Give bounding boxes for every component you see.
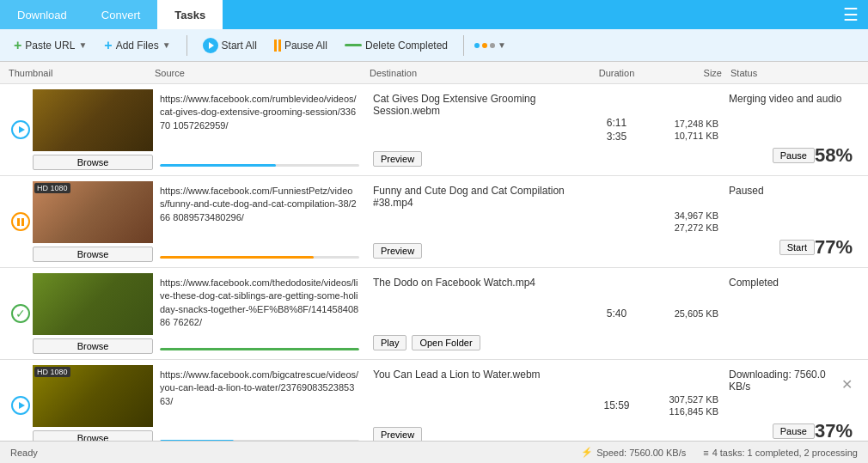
- task-status-column: Downloading: 7560.0 KB/s ✕ Pause 37%: [722, 365, 859, 441]
- add-files-arrow: ▼: [162, 40, 171, 50]
- progress-bar-container: [160, 348, 359, 350]
- pause-bar-r: [21, 218, 24, 226]
- task-source: https://www.facebook.com/FunniestPetz/vi…: [153, 181, 366, 262]
- progress-bar-fill: [160, 440, 234, 441]
- header-duration: Duration: [589, 68, 645, 78]
- task-destination: Cat Gives Dog Extensive Grooming Session…: [366, 89, 589, 170]
- pause-all-button[interactable]: Pause All: [269, 36, 333, 55]
- toolbar-sep-2: [463, 35, 464, 56]
- task-source: https://www.facebook.com/bigcatrescue/vi…: [153, 365, 366, 441]
- duration-line1: 6:11: [607, 117, 627, 129]
- source-url-text: https://www.facebook.com/bigcatrescue/vi…: [160, 369, 359, 408]
- add-files-label: Add Files: [116, 40, 159, 52]
- hd-badge: HD 1080: [34, 183, 70, 193]
- speed-icon: ⚡: [581, 447, 593, 458]
- paste-url-button[interactable]: + Paste URL ▼: [9, 34, 92, 57]
- add-files-button[interactable]: + Add Files ▼: [99, 34, 175, 57]
- tasks-summary-section: ≡ 4 tasks: 1 completed, 2 processing: [703, 448, 858, 458]
- dest-btn-2[interactable]: Open Folder: [412, 335, 480, 350]
- table-row: Browse https://www.facebook.com/rumblevi…: [0, 84, 868, 176]
- pause-circle-icon: [11, 212, 30, 231]
- task-status-column: Paused Start 77%: [722, 181, 859, 262]
- header-size: Size: [645, 68, 722, 78]
- delete-completed-button[interactable]: Delete Completed: [339, 36, 453, 55]
- delete-completed-label: Delete Completed: [365, 40, 448, 52]
- dest-btn-1[interactable]: Preview: [373, 427, 422, 441]
- check-circle-icon: ✓: [11, 304, 30, 323]
- task-action-btn[interactable]: Start: [779, 240, 815, 255]
- nav-convert-btn[interactable]: Convert: [84, 0, 158, 29]
- dot-gray: [490, 43, 495, 48]
- task-destination: Funny and Cute Dog and Cat Compilation #…: [366, 181, 589, 262]
- status-text: Paused: [729, 185, 764, 197]
- task-size: 34,967 KB27,272 KB: [645, 181, 722, 262]
- start-all-label: Start All: [222, 40, 257, 52]
- dest-btn-1[interactable]: Play: [373, 335, 406, 350]
- pause-bar-1: [274, 40, 277, 52]
- task-action-btn[interactable]: Pause: [773, 148, 815, 163]
- thumb-image: [33, 89, 153, 151]
- table-row: HD 1080 Browse https://www.facebook.com/…: [0, 360, 868, 441]
- toolbar: + Paste URL ▼ + Add Files ▼ Start All Pa…: [0, 29, 868, 62]
- menu-icon[interactable]: ☰: [834, 0, 868, 29]
- task-source: https://www.facebook.com/rumblevideo/vid…: [153, 89, 366, 170]
- delete-icon: [345, 44, 362, 46]
- task-source: https://www.facebook.com/thedodosite/vid…: [153, 273, 366, 354]
- dots-menu[interactable]: ▼: [474, 40, 506, 50]
- progress-bar-fill: [160, 256, 314, 259]
- duration-line1: 15:59: [603, 399, 629, 411]
- start-all-icon: [203, 38, 218, 53]
- destination-actions: Preview: [373, 243, 582, 259]
- toolbar-sep-1: [186, 35, 187, 56]
- task-status-icon: [9, 89, 33, 170]
- progress-bar-container: [160, 440, 359, 441]
- add-icon: +: [104, 38, 112, 53]
- start-all-button[interactable]: Start All: [198, 34, 262, 57]
- task-duration: 5:40: [589, 273, 645, 354]
- paste-url-label: Paste URL: [25, 40, 75, 52]
- task-status-icon: ✓: [9, 273, 33, 354]
- nav-tasks-btn[interactable]: Tasks: [157, 0, 223, 29]
- task-size: 307,527 KB116,845 KB: [645, 365, 722, 441]
- source-url-text: https://www.facebook.com/rumblevideo/vid…: [160, 93, 359, 132]
- dots-arrow: ▼: [498, 40, 506, 50]
- destination-filename: Cat Gives Dog Extensive Grooming Session…: [373, 93, 582, 117]
- size-line1: 307,527 KB: [669, 394, 719, 405]
- thumb-image: HD 1080: [33, 365, 153, 427]
- status-text: Downloading: 7560.0 KB/s: [729, 369, 841, 393]
- header-status: Status: [722, 68, 859, 78]
- status-bar: Ready ⚡ Speed: 7560.00 KB/s ≡ 4 tasks: 1…: [0, 441, 868, 463]
- thumb-image: [33, 273, 153, 335]
- task-status-icon: [9, 181, 33, 262]
- browse-button[interactable]: Browse: [33, 338, 153, 354]
- task-destination: You Can Lead a Lion to Water.webm Previe…: [366, 365, 589, 441]
- dot-orange: [482, 43, 487, 48]
- browse-button[interactable]: Browse: [33, 430, 153, 441]
- task-status-column: Merging video and audio Pause 58%: [722, 89, 859, 170]
- tasks-summary: 4 tasks: 1 completed, 2 processing: [712, 448, 858, 458]
- size-line1: 17,248 KB: [675, 119, 718, 129]
- task-destination: The Dodo on Facebook Watch.mp4 PlayOpen …: [366, 273, 589, 354]
- source-url-text: https://www.facebook.com/thedodosite/vid…: [160, 277, 359, 330]
- task-thumbnail: HD 1080 Browse: [33, 365, 153, 441]
- close-task-button[interactable]: ✕: [841, 376, 853, 393]
- duration-line2: 3:35: [607, 131, 627, 143]
- dest-btn-1[interactable]: Preview: [373, 151, 422, 167]
- source-url-text: https://www.facebook.com/FunniestPetz/vi…: [160, 185, 359, 224]
- browse-button[interactable]: Browse: [33, 247, 153, 262]
- speed-value: Speed: 7560.00 KB/s: [596, 448, 686, 458]
- plus-icon: +: [14, 38, 21, 53]
- size-line1: 34,967 KB: [675, 210, 718, 221]
- destination-filename: The Dodo on Facebook Watch.mp4: [373, 277, 582, 289]
- task-percent: 77%: [815, 236, 853, 259]
- task-action-btn[interactable]: Pause: [773, 423, 815, 439]
- task-size: 25,605 KB: [645, 273, 722, 354]
- browse-button[interactable]: Browse: [33, 155, 153, 170]
- table-header: Thumbnail Source Destination Duration Si…: [0, 62, 868, 84]
- header-destination: Destination: [370, 68, 589, 78]
- dest-btn-1[interactable]: Preview: [373, 243, 422, 259]
- destination-actions: Preview: [373, 151, 582, 167]
- nav-download-btn[interactable]: Download: [0, 0, 84, 29]
- status-text: Merging video and audio: [729, 93, 841, 105]
- destination-actions: PlayOpen Folder: [373, 335, 582, 350]
